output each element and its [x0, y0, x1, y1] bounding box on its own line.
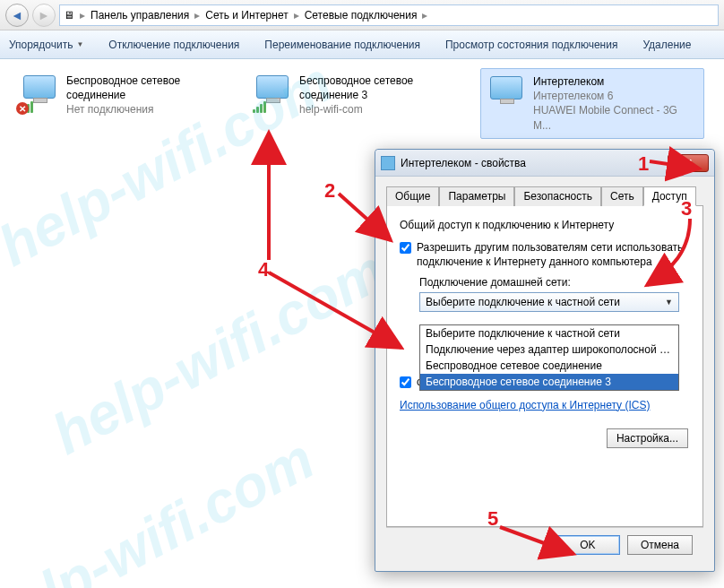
toolbar-rename[interactable]: Переименование подключения — [264, 39, 420, 51]
connection-intertelecom[interactable]: Интертелеком Интертелеком 6 HUAWEI Mobil… — [480, 68, 704, 139]
ok-button[interactable]: OK — [556, 535, 620, 555]
connection-title: Беспроводное сетевое соединение 3 — [299, 74, 466, 102]
breadcrumb-sep: ▸ — [80, 9, 85, 22]
navbar: ◄ ► 🖥 ▸ Панель управления ▸ Сеть и Интер… — [0, 0, 724, 30]
allow-control-checkbox[interactable] — [400, 376, 411, 388]
modem-icon — [487, 74, 526, 114]
combo-selected-value: Выберите подключение к частной сети — [426, 296, 620, 308]
breadcrumb-part2[interactable]: Сеть и Интернет — [205, 9, 288, 22]
toolbar-delete[interactable]: Удаление — [642, 39, 691, 51]
window-icon — [381, 156, 395, 170]
chevron-down-icon: ▼ — [665, 298, 673, 307]
toolbar-organize[interactable]: Упорядочить ▼ — [9, 39, 83, 51]
properties-dialog: Интертелеком - свойства ✕ Общие Параметр… — [375, 149, 715, 572]
dialog-title: Интертелеком - свойства — [401, 157, 526, 169]
connection-wireless-1[interactable]: ✕ Беспроводное сетевое соединение Нет по… — [14, 68, 238, 139]
breadcrumb-sep: ▸ — [422, 9, 427, 22]
breadcrumb-sep: ▸ — [194, 9, 200, 22]
connection-line2: Интертелеком 6 — [533, 89, 698, 103]
connections-list: ✕ Беспроводное сетевое соединение Нет по… — [14, 68, 710, 139]
connection-title: Интертелеком — [533, 74, 698, 89]
back-button[interactable]: ◄ — [5, 4, 29, 27]
network-icon — [253, 74, 292, 113]
network-icon: ✕ — [20, 74, 59, 113]
cancel-button[interactable]: Отмена — [627, 535, 693, 555]
connection-wireless-3[interactable]: Беспроводное сетевое соединение 3 help-w… — [247, 68, 471, 139]
toolbar-status[interactable]: Просмотр состояния подключения — [445, 39, 617, 51]
close-button[interactable]: ✕ — [668, 154, 709, 172]
connection-line3: HUAWEI Mobile Connect - 3G M... — [533, 103, 698, 132]
toolbar-disable[interactable]: Отключение подключения — [108, 39, 239, 51]
ics-link[interactable]: Использование общего доступа к Интернету… — [400, 399, 650, 411]
chevron-down-icon: ▼ — [76, 40, 83, 48]
annotation-5: 5 — [487, 507, 498, 531]
breadcrumb-icon: 🖥 — [64, 9, 74, 22]
breadcrumb-part3[interactable]: Сетевые подключения — [305, 9, 418, 22]
annotation-1: 1 — [638, 152, 649, 176]
tab-security[interactable]: Безопасность — [514, 186, 601, 206]
forward-button[interactable]: ► — [32, 4, 56, 27]
breadcrumb-part1[interactable]: Панель управления — [90, 9, 189, 22]
home-network-dropdown: Выберите подключение к частной сети Подк… — [419, 324, 679, 391]
settings-button[interactable]: Настройка... — [607, 428, 688, 448]
dropdown-option[interactable]: Беспроводное сетевое соединение — [420, 358, 678, 374]
dropdown-option[interactable]: Подключение через адаптер широкополосной… — [420, 342, 678, 358]
breadcrumb-sep: ▸ — [294, 9, 299, 22]
watermark: help-wifi.com — [0, 425, 324, 588]
section-header: Общий доступ к подключению к Интернету — [400, 219, 690, 231]
connection-status: Нет подключения — [66, 102, 233, 117]
tab-general[interactable]: Общие — [386, 186, 439, 206]
connection-title: Беспроводное сетевое соединение — [66, 74, 233, 102]
tab-content-access: Общий доступ к подключению к Интернету Р… — [386, 206, 703, 527]
home-network-label: Подключение домашней сети: — [419, 276, 690, 289]
dropdown-option[interactable]: Выберите подключение к частной сети — [420, 325, 678, 342]
dialog-tabs: Общие Параметры Безопасность Сеть Доступ — [386, 186, 703, 206]
watermark: help-wifi.com — [42, 237, 397, 467]
connection-status: help-wifi-com — [299, 102, 466, 117]
annotation-2: 2 — [324, 179, 335, 203]
breadcrumb[interactable]: 🖥 ▸ Панель управления ▸ Сеть и Интернет … — [59, 4, 719, 26]
allow-sharing-row: Разрешить другим пользователям сети испо… — [400, 240, 690, 269]
allow-sharing-label: Разрешить другим пользователям сети испо… — [417, 240, 690, 269]
dropdown-option-highlighted[interactable]: Беспроводное сетевое соединение 3 — [420, 374, 678, 390]
home-network-combo[interactable]: Выберите подключение к частной сети ▼ — [419, 292, 679, 312]
allow-sharing-checkbox[interactable] — [400, 242, 411, 254]
tab-params[interactable]: Параметры — [439, 186, 514, 206]
disconnected-icon: ✕ — [16, 102, 29, 115]
annotation-3: 3 — [681, 197, 692, 220]
dialog-button-bar: OK Отмена — [386, 527, 703, 562]
tab-network[interactable]: Сеть — [601, 186, 643, 206]
dialog-titlebar[interactable]: Интертелеком - свойства ✕ — [375, 150, 714, 177]
toolbar: Упорядочить ▼ Отключение подключения Пер… — [0, 30, 724, 59]
annotation-4: 4 — [258, 258, 269, 281]
